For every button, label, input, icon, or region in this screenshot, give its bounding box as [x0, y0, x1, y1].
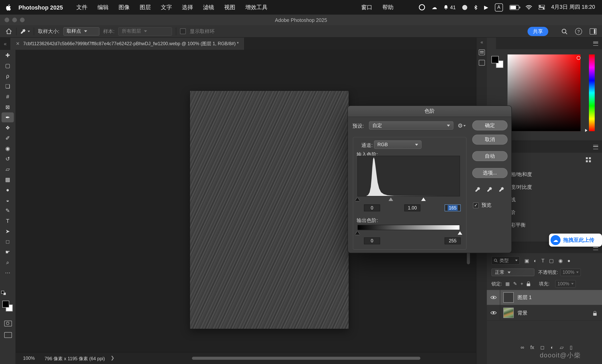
brush-tool[interactable]: ✐	[2, 133, 14, 143]
options-button[interactable]: 选项...	[472, 168, 507, 178]
lock-pixels-icon[interactable]: ✎	[513, 281, 517, 287]
share-button[interactable]: 共享	[527, 27, 548, 36]
pen-tool[interactable]: ✎	[2, 206, 14, 216]
meeting-app-icon[interactable]	[462, 5, 467, 10]
wifi-icon[interactable]	[526, 5, 532, 10]
filter-type-layers-icon[interactable]: T	[541, 258, 544, 263]
zoom-level[interactable]: 100%	[23, 356, 35, 361]
lock-position-icon[interactable]: +	[520, 281, 523, 287]
cloud-sync-icon[interactable]: ☁	[432, 4, 437, 10]
menu-item[interactable]: 滤镜	[198, 4, 219, 11]
panel-menu-icon[interactable]	[593, 141, 602, 153]
output-black-field[interactable]: 0	[364, 237, 380, 244]
zoom-tool[interactable]: ⌕	[2, 258, 14, 267]
menu-item[interactable]: 图层	[135, 4, 156, 11]
saturation-marker[interactable]	[577, 56, 580, 60]
hue-slider[interactable]	[589, 54, 595, 131]
input-black-slider[interactable]	[355, 198, 360, 201]
layer-lock-icon[interactable]	[593, 313, 597, 316]
workspace-toggle-icon[interactable]	[590, 28, 597, 34]
control-center-icon[interactable]	[538, 5, 545, 10]
preset-dropdown[interactable]: 自定	[369, 121, 453, 130]
filter-toggle-icon[interactable]: ●	[567, 258, 570, 263]
layer-thumbnail[interactable]	[503, 292, 514, 303]
tool-preset-eyedropper-icon[interactable]	[20, 29, 30, 34]
foreground-color-swatch[interactable]	[491, 56, 499, 63]
filter-smart-objects-icon[interactable]: ◉	[558, 258, 563, 263]
frame-tool[interactable]: ⊠	[2, 102, 14, 112]
input-white-field[interactable]: 165	[444, 205, 461, 211]
lasso-tool[interactable]: ρ	[2, 71, 14, 81]
menu-app-name[interactable]: Photoshop 2025	[18, 4, 63, 10]
menu-item[interactable]: 选择	[177, 4, 198, 11]
lock-transparency-icon[interactable]: ▦	[505, 281, 510, 287]
histogram-panel-icon[interactable]	[479, 49, 485, 55]
panel-tab[interactable]	[496, 38, 505, 49]
menu-item[interactable]: 文字	[156, 4, 177, 11]
menu-item[interactable]: 视图	[219, 4, 240, 11]
ok-button[interactable]: 确定	[472, 120, 507, 130]
document-tab[interactable]: ✕ 7cbf112362642d7c5b66e7999bf7ff8c87e4c7…	[10, 38, 244, 50]
rectangle-tool[interactable]: □	[2, 237, 14, 247]
layer-visibility-toggle[interactable]	[487, 290, 500, 305]
notification-bell-icon[interactable]: 41	[443, 4, 456, 10]
saturation-picker[interactable]	[507, 54, 580, 131]
bluetooth-icon[interactable]	[474, 4, 477, 10]
link-layers-icon[interactable]: ∞	[521, 344, 524, 350]
screen-mode-icon[interactable]	[4, 332, 12, 338]
eyedropper-tool[interactable]: ✒	[2, 112, 14, 122]
new-group-icon[interactable]: ▱	[560, 344, 564, 350]
gray-point-eyedropper-icon[interactable]	[485, 185, 494, 194]
sample-dropdown[interactable]: 所有图层	[118, 27, 172, 35]
图层 1[interactable]: 图层 1	[487, 290, 602, 305]
object-selection-tool[interactable]: ❏	[2, 81, 14, 91]
battery-icon[interactable]	[509, 5, 519, 10]
marquee-tool[interactable]: ▢	[2, 61, 14, 71]
home-icon[interactable]	[5, 28, 12, 35]
edit-toolbar[interactable]: ⋯	[2, 268, 14, 278]
panel-tab[interactable]	[487, 38, 496, 49]
menu-item[interactable]: 增效工具	[240, 4, 272, 11]
play-icon[interactable]: ▶	[484, 4, 488, 10]
delete-layer-icon[interactable]: ▯	[570, 344, 572, 350]
背景[interactable]: 背景	[487, 305, 602, 321]
crop-tool[interactable]: #	[2, 92, 14, 102]
eraser-tool[interactable]: ▱	[2, 164, 14, 174]
menu-item[interactable]: 编辑	[93, 4, 114, 11]
preview-checkbox[interactable]	[473, 202, 479, 208]
path-selection-tool[interactable]: ➤	[2, 226, 14, 236]
channel-dropdown[interactable]: RGB	[374, 140, 422, 149]
white-point-eyedropper-icon[interactable]	[497, 185, 506, 194]
collapse-left-icon[interactable]: «	[0, 41, 10, 47]
type-tool[interactable]: T	[2, 216, 14, 226]
dodge-tool[interactable]: ◒	[2, 195, 14, 205]
menu-item[interactable]: 文件	[71, 4, 93, 11]
comment-panel-icon[interactable]	[479, 60, 485, 65]
cancel-button[interactable]: 取消	[472, 135, 507, 145]
layer-visibility-toggle[interactable]	[487, 305, 500, 320]
screen-record-icon[interactable]	[419, 4, 425, 10]
healing-brush-tool[interactable]: ❖	[2, 123, 14, 133]
layer-mask-icon[interactable]: ◻	[540, 344, 545, 350]
preset-options-gear-icon[interactable]: ⚙	[458, 122, 466, 129]
panel-menu-icon[interactable]	[593, 38, 602, 49]
apple-menu-icon[interactable]	[6, 4, 11, 10]
sample-size-dropdown[interactable]: 取样点	[63, 27, 99, 35]
search-icon[interactable]	[561, 28, 568, 34]
layer-thumbnail[interactable]	[503, 308, 514, 318]
filter-adjustment-layers-icon[interactable]: ◐	[534, 258, 537, 263]
hue-slider-marker[interactable]	[585, 129, 587, 132]
new-adjustment-layer-icon[interactable]: ◐	[550, 344, 554, 350]
input-black-field[interactable]: 0	[364, 205, 380, 211]
menu-item[interactable]: 图像	[114, 4, 135, 11]
menu-item[interactable]: 窗口	[356, 4, 377, 11]
gradient-tool[interactable]: ▩	[2, 175, 14, 184]
layer-filter-dropdown[interactable]: 类型	[491, 256, 520, 265]
close-document-icon[interactable]: ✕	[16, 41, 20, 46]
filter-shape-layers-icon[interactable]: ▢	[549, 258, 554, 263]
panel-tab[interactable]	[505, 38, 515, 49]
input-source-icon[interactable]: A	[495, 3, 503, 11]
output-black-slider[interactable]	[355, 231, 360, 235]
fill-field[interactable]: 100%	[555, 280, 576, 288]
clock[interactable]: 4月3日 周四 18:20	[551, 4, 595, 11]
